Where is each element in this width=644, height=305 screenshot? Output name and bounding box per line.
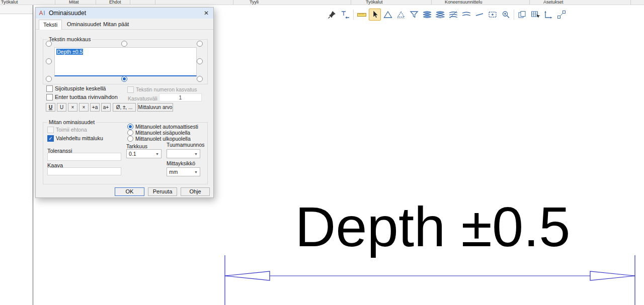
line-icon[interactable] <box>473 9 486 21</box>
duplicate-pages-icon[interactable] <box>516 9 528 21</box>
number-increment-label: Tekstin numeron kasvatus <box>136 86 197 92</box>
arrows-auto-label: Mittanuolet automaattisesti <box>135 124 198 130</box>
properties-dialog: Ominaisuudet ✕ Teksti Ominaisuudet Mitan… <box>35 7 214 198</box>
menu-separator <box>155 0 155 5</box>
dimension-text-editor[interactable]: Depth ±0.5 <box>54 47 197 76</box>
ok-button[interactable]: OK <box>115 187 144 196</box>
precision-label: Tarkkuus <box>126 143 147 149</box>
arrows-inside-radio[interactable] <box>127 130 133 136</box>
menu-separator <box>529 0 530 5</box>
center-placement-label: Sijoituspiste keskellä <box>55 85 106 91</box>
anchor-bottom-right-radio[interactable] <box>197 76 203 82</box>
pin-icon[interactable] <box>326 9 338 21</box>
menu-separator <box>630 0 631 5</box>
toolbar-separator <box>514 10 514 20</box>
link-nodes-icon[interactable] <box>555 9 568 21</box>
clear-format-button[interactable]: × <box>68 103 77 112</box>
anchor-bottom-center-radio[interactable] <box>121 76 127 82</box>
menu-separator <box>55 0 55 5</box>
arrows-outside-radio[interactable] <box>127 136 133 142</box>
inch-conversion-label: Tuumamuunnos <box>167 142 204 148</box>
filter-icon[interactable] <box>408 9 420 21</box>
left-arrowhead <box>225 271 270 280</box>
dimension-value-button[interactable]: Mittaluvun arvo <box>137 103 173 112</box>
layers-filled-icon[interactable] <box>421 9 433 21</box>
dialog-title: Ominaisuudet <box>49 10 86 17</box>
layers-half-icon[interactable] <box>434 9 446 21</box>
chevron-down-icon: ▼ <box>194 152 198 156</box>
cad-application: { "colors": { "accent": "#1e66c7", "sele… <box>0 0 644 305</box>
menu-separator <box>233 0 233 5</box>
increment-interval-input[interactable]: 1 <box>159 93 202 101</box>
move-axis-icon[interactable] <box>542 9 554 21</box>
fake-dimension-checkbox[interactable] <box>47 135 54 142</box>
menu-ehdot[interactable]: Ehdot <box>109 0 121 5</box>
main-toolbar <box>326 8 568 21</box>
dimension-text-tool-icon[interactable] <box>339 9 351 21</box>
menu-asetukset[interactable]: Asetukset <box>543 0 564 5</box>
unit-value: mm <box>169 169 178 175</box>
menu-tyokalut-1[interactable]: Työkalut <box>1 0 18 5</box>
tab-teksti[interactable]: Teksti <box>39 20 62 30</box>
select-cursor-icon[interactable] <box>369 9 381 21</box>
zoom-window-icon[interactable] <box>487 9 499 21</box>
number-increment-checkbox[interactable] <box>127 86 134 93</box>
dimension-line-graphic[interactable] <box>221 254 639 305</box>
dimension-text[interactable]: Depth ±0.5 <box>231 199 634 255</box>
right-arrowhead <box>590 271 635 280</box>
ruler-icon[interactable] <box>356 9 368 21</box>
unit-select[interactable]: mm ▼ <box>167 167 200 176</box>
anchor-top-left-radio[interactable] <box>46 41 52 47</box>
zoom-in-icon[interactable] <box>500 9 512 21</box>
arrows-auto-radio[interactable] <box>127 124 133 130</box>
clear-text-button[interactable]: × <box>79 103 89 112</box>
layers-slash-icon[interactable] <box>447 9 459 21</box>
tolerance-input[interactable] <box>47 153 121 161</box>
menu-koneensuunnittelu[interactable]: Koneensuunnittelu <box>445 0 482 5</box>
dimension-props-group-label: Mitan ominaisuudet <box>47 119 96 125</box>
text-edit-group-label: Tekstin muokkaus <box>47 36 92 42</box>
enter-newline-label: Enter tuottaa rivinvaihdon <box>55 94 118 100</box>
left-panel-header <box>0 5 33 14</box>
sheet-edge-line <box>33 5 33 305</box>
cancel-button[interactable]: Peruuta <box>148 187 177 196</box>
special-symbols-button[interactable]: Ø, ±, ... <box>113 103 136 112</box>
menu-tyyli[interactable]: Tyyli <box>250 0 259 5</box>
menubar: Työkalut Mitat Ehdot Tyyli Työkalut Kone… <box>0 0 644 5</box>
tab-mitan-paat[interactable]: Mitan päät <box>99 20 133 30</box>
help-button[interactable]: Ohje <box>181 187 210 196</box>
enter-newline-checkbox[interactable] <box>46 94 53 100</box>
dialog-titlebar[interactable]: Ominaisuudet <box>36 8 213 19</box>
table-cursor-icon[interactable] <box>529 9 541 21</box>
acts-as-condition-checkbox[interactable] <box>47 127 54 133</box>
properties-dialog-icon <box>39 10 46 16</box>
anchor-top-center-radio[interactable] <box>121 41 127 47</box>
menu-mitat[interactable]: Mitat <box>69 0 79 5</box>
anchor-middle-right-radio[interactable] <box>197 58 203 64</box>
text-above-line-button[interactable]: +a <box>90 103 100 112</box>
text-below-line-button[interactable]: a+ <box>101 103 111 112</box>
layers-lines-icon[interactable] <box>460 9 472 21</box>
menu-tyokalut-2[interactable]: Työkalut <box>366 0 383 5</box>
triangle-icon[interactable] <box>382 9 394 21</box>
precision-select[interactable]: 0.1 ▼ <box>126 149 162 158</box>
selected-text[interactable]: Depth ±0.5 <box>56 49 83 55</box>
triangle-hatch-icon[interactable] <box>395 9 407 21</box>
menu-separator <box>130 0 130 5</box>
inch-conversion-select[interactable]: ▼ <box>167 149 200 158</box>
anchor-bottom-left-radio[interactable] <box>46 76 52 82</box>
menu-separator <box>431 0 432 5</box>
fake-dimension-label: Valehdeltu mittaluku <box>56 135 103 141</box>
anchor-top-right-radio[interactable] <box>197 41 203 47</box>
center-placement-checkbox[interactable] <box>46 85 53 92</box>
underline-alt-button[interactable]: U <box>57 103 66 112</box>
increment-interval-label: Kasvatusväli <box>128 95 157 101</box>
formula-input[interactable] <box>47 167 121 175</box>
chevron-down-icon: ▼ <box>194 170 198 174</box>
unit-label: Mittayksikkö <box>167 160 195 166</box>
underline-button[interactable]: U <box>46 103 55 112</box>
anchor-middle-left-radio[interactable] <box>46 58 52 64</box>
close-icon[interactable]: ✕ <box>201 9 211 18</box>
toolbar-separator <box>353 10 354 20</box>
arrows-inside-label: Mittanuolet sisäpuolella <box>135 130 190 136</box>
